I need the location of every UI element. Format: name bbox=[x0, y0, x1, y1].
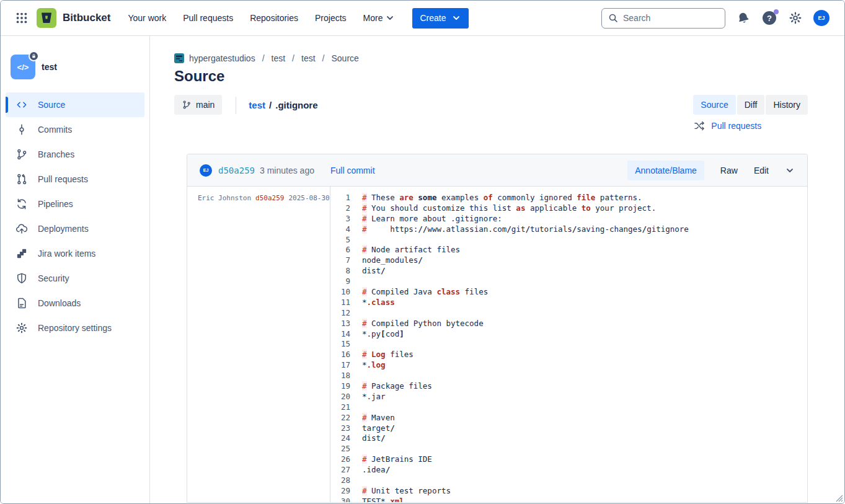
line-number[interactable]: 13 bbox=[330, 319, 350, 329]
line-number[interactable]: 28 bbox=[330, 475, 350, 486]
line-number[interactable]: 10 bbox=[330, 287, 350, 298]
shuffle-icon bbox=[693, 120, 706, 132]
page-title: Source bbox=[174, 67, 808, 86]
notifications-bell-icon[interactable] bbox=[735, 10, 751, 26]
line-number[interactable]: 18 bbox=[330, 371, 350, 381]
line-number[interactable]: 29 bbox=[330, 486, 350, 497]
line-number[interactable]: 19 bbox=[330, 381, 350, 392]
nav-item-pull-requests[interactable]: Pull requests bbox=[183, 13, 233, 23]
blame-commit-hash[interactable]: d50a259 bbox=[255, 193, 284, 203]
sidebar-item-source[interactable]: Source bbox=[6, 92, 144, 117]
sidebar-item-deployments[interactable]: Deployments bbox=[6, 216, 144, 241]
branch-name: main bbox=[196, 100, 215, 110]
line-number[interactable]: 16 bbox=[330, 350, 350, 360]
full-commit-link[interactable]: Full commit bbox=[330, 166, 375, 175]
file-path-repo-link[interactable]: test bbox=[249, 100, 265, 110]
commit-hash-link[interactable]: d50a259 bbox=[218, 166, 255, 175]
breadcrumb-item-source[interactable]: Source bbox=[331, 53, 358, 63]
line-content: node_modules/ bbox=[350, 255, 423, 266]
chevron-down-icon[interactable] bbox=[785, 166, 795, 175]
edit-button[interactable]: Edit bbox=[754, 166, 769, 175]
branch-selector-button[interactable]: main bbox=[174, 95, 222, 115]
app-body: </> test SourceCommitsBranchesPull reque… bbox=[1, 36, 844, 503]
search-input[interactable] bbox=[623, 13, 719, 23]
line-content: dist/ bbox=[350, 266, 386, 276]
sidebar-item-security[interactable]: Security bbox=[6, 266, 144, 291]
line-number[interactable]: 30 bbox=[330, 497, 350, 503]
sidebar-item-commits[interactable]: Commits bbox=[6, 117, 144, 142]
sidebar-item-downloads[interactable]: Downloads bbox=[6, 291, 144, 316]
code-line: 2# You should customize this list as app… bbox=[330, 203, 807, 214]
bitbucket-home-link[interactable]: Bitbucket bbox=[37, 8, 110, 28]
chevron-down-icon bbox=[451, 13, 461, 23]
line-number[interactable]: 9 bbox=[330, 276, 350, 287]
help-icon[interactable]: ? bbox=[761, 10, 777, 26]
tab-diff[interactable]: Diff bbox=[737, 95, 765, 115]
line-number[interactable]: 1 bbox=[330, 193, 350, 203]
pull-requests-link[interactable]: Pull requests bbox=[693, 120, 761, 132]
line-number[interactable]: 25 bbox=[330, 444, 350, 454]
settings-gear-icon[interactable] bbox=[787, 10, 803, 26]
tab-history[interactable]: History bbox=[766, 95, 808, 115]
breadcrumb: hypergatestudios/test/test/Source bbox=[174, 53, 808, 63]
line-number[interactable]: 2 bbox=[330, 203, 350, 214]
app-switcher-icon[interactable] bbox=[12, 8, 32, 28]
breadcrumb-item-test[interactable]: test bbox=[301, 53, 316, 63]
line-number[interactable]: 21 bbox=[330, 402, 350, 413]
commit-author-avatar[interactable]: EJ bbox=[200, 164, 212, 177]
sidebar-item-label: Downloads bbox=[38, 298, 81, 308]
line-content: *.jar bbox=[350, 392, 386, 402]
commits-icon bbox=[15, 123, 28, 136]
line-number[interactable]: 12 bbox=[330, 308, 350, 319]
sidebar-item-branches[interactable]: Branches bbox=[6, 142, 144, 167]
line-content: *.log bbox=[350, 360, 386, 371]
line-number[interactable]: 17 bbox=[330, 360, 350, 371]
line-number[interactable]: 6 bbox=[330, 245, 350, 255]
code-line: 21 bbox=[330, 402, 807, 413]
sidebar-item-pull-requests[interactable]: Pull requests bbox=[6, 167, 144, 192]
sidebar-item-jira-work-items[interactable]: Jira work items bbox=[6, 241, 144, 266]
line-number[interactable]: 11 bbox=[330, 298, 350, 308]
user-avatar[interactable]: EJ bbox=[813, 10, 830, 26]
nav-item-projects[interactable]: Projects bbox=[315, 13, 347, 23]
line-content: # Log files bbox=[350, 350, 414, 360]
breadcrumb-item-hypergatestudios[interactable]: hypergatestudios bbox=[189, 53, 255, 63]
line-content: # Maven bbox=[350, 413, 395, 423]
line-number[interactable]: 7 bbox=[330, 255, 350, 266]
line-number[interactable]: 20 bbox=[330, 392, 350, 402]
sidebar-item-label: Security bbox=[38, 273, 69, 283]
breadcrumb-item-test[interactable]: test bbox=[272, 53, 286, 63]
nav-item-your-work[interactable]: Your work bbox=[128, 13, 166, 23]
sidebar-item-pipelines[interactable]: Pipelines bbox=[6, 192, 144, 216]
nav-item-more[interactable]: More bbox=[363, 13, 396, 23]
line-number[interactable]: 24 bbox=[330, 433, 350, 444]
security-icon bbox=[15, 272, 28, 285]
line-number[interactable]: 15 bbox=[330, 339, 350, 350]
line-number[interactable]: 8 bbox=[330, 266, 350, 276]
line-number[interactable]: 22 bbox=[330, 413, 350, 423]
raw-button[interactable]: Raw bbox=[720, 166, 738, 175]
code-lines: 1# These are some examples of commonly i… bbox=[330, 187, 807, 503]
line-content bbox=[350, 371, 362, 381]
line-number[interactable]: 27 bbox=[330, 465, 350, 475]
line-content bbox=[350, 235, 362, 245]
line-number[interactable]: 4 bbox=[330, 224, 350, 235]
repo-avatar[interactable]: </> bbox=[11, 55, 35, 79]
tab-source[interactable]: Source bbox=[693, 95, 735, 115]
line-number[interactable]: 23 bbox=[330, 423, 350, 434]
line-number[interactable]: 26 bbox=[330, 454, 350, 465]
create-button[interactable]: Create bbox=[412, 8, 468, 29]
search-box[interactable] bbox=[601, 8, 725, 29]
main-content: hypergatestudios/test/test/Source Source… bbox=[150, 36, 844, 503]
line-number[interactable]: 3 bbox=[330, 214, 350, 224]
annotate-blame-button[interactable]: Annotate/Blame bbox=[627, 161, 704, 180]
nav-item-repositories[interactable]: Repositories bbox=[250, 13, 298, 23]
line-number[interactable]: 14 bbox=[330, 329, 350, 340]
workspace-avatar-icon bbox=[174, 53, 184, 63]
brand-name: Bitbucket bbox=[63, 12, 110, 24]
window-resize-grip[interactable] bbox=[834, 493, 843, 502]
line-number[interactable]: 5 bbox=[330, 235, 350, 245]
active-indicator bbox=[6, 97, 8, 113]
git-branch-icon bbox=[182, 100, 192, 110]
sidebar-item-repository-settings[interactable]: Repository settings bbox=[6, 316, 144, 340]
